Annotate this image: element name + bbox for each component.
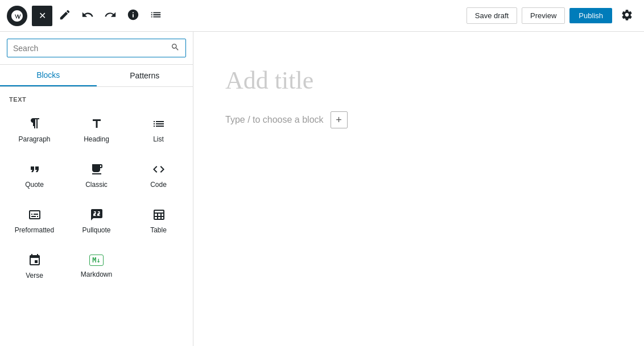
search-bar (0, 32, 193, 65)
paragraph-icon (28, 117, 42, 131)
code-label: Code (150, 181, 167, 189)
wp-logo (7, 6, 27, 26)
block-item-list[interactable]: List (129, 107, 188, 151)
preformatted-icon (28, 208, 42, 222)
block-item-classic[interactable]: Classic (67, 153, 126, 196)
quote-label: Quote (25, 181, 44, 189)
markdown-label: Markdown (81, 270, 112, 278)
table-label: Table (150, 226, 167, 234)
redo-button[interactable] (100, 6, 121, 26)
body-placeholder-text: Type / to choose a block (225, 115, 324, 125)
toolbar-right-actions: Save draft Preview Publish (467, 6, 637, 26)
section-label-text: TEXT (5, 94, 188, 107)
undo-button[interactable] (77, 6, 98, 26)
verse-label: Verse (26, 272, 43, 280)
table-icon (152, 208, 166, 222)
editor-inner: Add title Type / to choose a block + (214, 66, 624, 128)
paragraph-label: Paragraph (18, 135, 50, 143)
editor-area: Add title Type / to choose a block + (193, 32, 644, 346)
tabs: Blocks Patterns (0, 65, 193, 87)
block-item-table[interactable]: Table (129, 198, 188, 241)
main-area: Blocks Patterns TEXT Paragraph (0, 32, 644, 346)
pullquote-icon (90, 208, 104, 222)
close-button[interactable]: ✕ (32, 6, 52, 26)
save-draft-button[interactable]: Save draft (467, 7, 517, 24)
verse-icon (28, 253, 42, 267)
info-button[interactable] (123, 6, 143, 26)
quote-icon (28, 162, 42, 176)
classic-icon (90, 162, 104, 176)
block-item-quote[interactable]: Quote (5, 153, 64, 196)
heading-icon (90, 117, 104, 131)
list-view-icon (150, 9, 162, 23)
list-label: List (153, 135, 164, 143)
editor-body-placeholder: Type / to choose a block + (225, 111, 612, 128)
info-icon (127, 9, 139, 23)
wp-logo-icon (11, 10, 23, 22)
list-icon (152, 117, 166, 131)
tab-patterns[interactable]: Patterns (97, 65, 193, 86)
publish-button[interactable]: Publish (569, 8, 612, 23)
toolbar: ✕ Save draft Preview Publish (0, 0, 644, 32)
block-item-heading[interactable]: Heading (67, 107, 126, 151)
edit-icon (59, 9, 71, 23)
close-icon: ✕ (39, 10, 46, 21)
plus-icon: + (336, 114, 342, 126)
block-item-verse[interactable]: Verse (5, 244, 64, 287)
redo-icon (104, 9, 117, 23)
search-icon (171, 43, 180, 53)
preview-button[interactable]: Preview (522, 7, 565, 24)
edit-button[interactable] (55, 6, 75, 26)
search-input-wrap (7, 39, 186, 57)
block-item-paragraph[interactable]: Paragraph (5, 107, 64, 151)
code-icon (152, 162, 166, 176)
block-item-code[interactable]: Code (129, 153, 188, 196)
classic-label: Classic (85, 181, 108, 189)
block-grid: Paragraph Heading List (5, 107, 188, 287)
tab-blocks[interactable]: Blocks (0, 65, 97, 86)
heading-label: Heading (84, 135, 109, 143)
block-item-pullquote[interactable]: Pullquote (67, 198, 126, 241)
block-item-preformatted[interactable]: Preformatted (5, 198, 64, 241)
block-item-markdown[interactable]: M↓ Markdown (67, 244, 126, 287)
preformatted-label: Preformatted (15, 226, 54, 234)
list-view-button[interactable] (146, 6, 166, 26)
markdown-icon: M↓ (89, 255, 103, 266)
settings-button[interactable] (617, 6, 637, 26)
pullquote-label: Pullquote (82, 226, 110, 234)
undo-icon (81, 9, 94, 23)
settings-icon (621, 9, 633, 23)
editor-title[interactable]: Add title (225, 66, 612, 100)
search-input[interactable] (13, 44, 166, 53)
add-block-button[interactable]: + (331, 111, 348, 128)
block-list: TEXT Paragraph Heading (0, 87, 193, 346)
sidebar: Blocks Patterns TEXT Paragraph (0, 32, 193, 346)
